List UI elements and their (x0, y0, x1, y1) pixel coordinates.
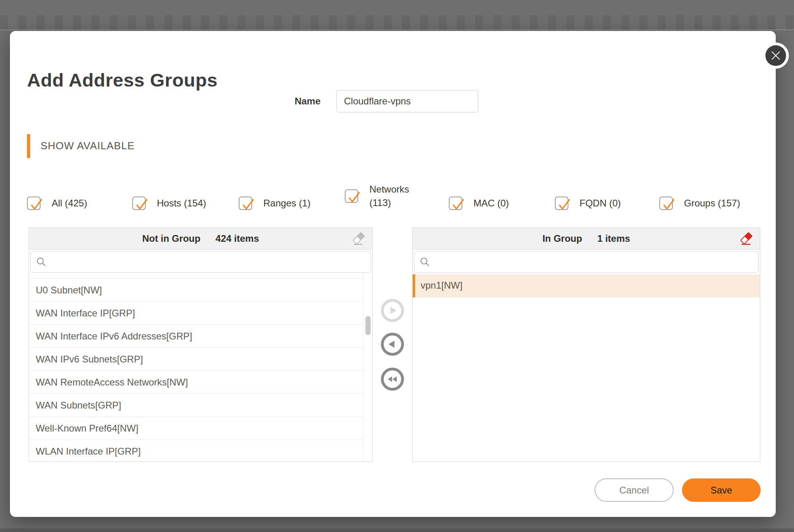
filter-mac[interactable]: MAC (0) (449, 197, 509, 210)
in-group-search[interactable] (414, 251, 759, 273)
filter-ranges[interactable]: Ranges (1) (239, 197, 311, 210)
list-item[interactable]: WLAN Interface IP[GRP] (29, 440, 363, 461)
checkbox-checked-icon[interactable] (345, 189, 358, 203)
checkbox-checked-icon[interactable] (27, 197, 41, 210)
search-input[interactable] (51, 252, 365, 272)
double-arrow-left-icon (386, 373, 399, 386)
search-input[interactable] (435, 252, 753, 272)
search-wrap (413, 250, 760, 274)
list-item[interactable]: WAN Subnets[GRP] (29, 394, 363, 417)
list-item-selected[interactable]: vpn1[NW] (413, 274, 760, 297)
partial-row-above (29, 274, 363, 279)
filter-label: All (425) (52, 197, 87, 210)
arrow-left-icon (386, 338, 399, 351)
not-in-group-search[interactable] (30, 251, 371, 273)
eraser-icon (739, 232, 753, 246)
add-address-groups-dialog: Add Address Groups Name SHOW AVAILABLE A… (10, 31, 776, 517)
filter-groups[interactable]: Groups (157) (659, 197, 740, 210)
not-in-group-list: U0 Subnet[NW] WAN Interface IP[GRP] WAN … (29, 274, 372, 461)
filter-label: MAC (0) (473, 197, 509, 210)
remove-from-group-button[interactable] (381, 333, 404, 356)
section-heading: SHOW AVAILABLE (41, 140, 135, 152)
close-button[interactable] (765, 45, 786, 66)
move-to-group-button[interactable] (381, 299, 404, 322)
list-item[interactable]: Well-Known Pref64[NW] (29, 417, 363, 440)
filter-label: FQDN (0) (580, 197, 621, 210)
backdrop-bottom-band (0, 528, 794, 532)
checkbox-checked-icon[interactable] (449, 197, 462, 210)
filter-networks[interactable]: Networks (113) (345, 183, 417, 210)
cancel-button[interactable]: Cancel (595, 478, 674, 502)
filter-all[interactable]: All (425) (27, 197, 87, 210)
search-icon (420, 257, 430, 267)
section-accent-bar (27, 134, 30, 158)
arrow-right-icon (386, 304, 399, 317)
dimmed-background-content (0, 15, 794, 30)
remove-all-from-group-button[interactable] (381, 368, 404, 391)
panel-title: Not in Group (142, 233, 201, 244)
clear-list-button[interactable] (738, 231, 753, 247)
in-group-panel: In Group 1 items (412, 227, 760, 462)
list-item[interactable]: WAN Interface IP[GRP] (29, 302, 363, 325)
cancel-button-label: Cancel (619, 485, 649, 496)
scrollbar-track[interactable] (363, 274, 372, 461)
panel-title: In Group (543, 233, 582, 244)
save-button-label: Save (711, 485, 732, 496)
checkbox-checked-icon[interactable] (132, 197, 146, 210)
not-in-group-header: Not in Group 424 items (29, 228, 372, 250)
close-icon (770, 50, 781, 61)
checkbox-checked-icon[interactable] (555, 197, 568, 210)
in-group-list: vpn1[NW] (413, 274, 760, 461)
checkbox-checked-icon[interactable] (659, 197, 673, 210)
name-field-label: Name (241, 90, 321, 112)
filter-label: Networks (113) (369, 183, 417, 210)
filter-label: Groups (157) (684, 197, 740, 210)
in-group-header: In Group 1 items (413, 228, 760, 250)
page-title: Add Address Groups (27, 69, 218, 91)
filter-hosts[interactable]: Hosts (154) (132, 197, 206, 210)
clear-list-button-disabled[interactable] (351, 231, 366, 247)
search-wrap (29, 250, 372, 274)
name-input[interactable] (336, 90, 478, 112)
search-icon (36, 257, 46, 267)
checkbox-checked-icon[interactable] (239, 197, 252, 210)
eraser-icon (351, 232, 365, 246)
list-item[interactable]: WAN RemoteAccess Networks[NW] (29, 371, 363, 394)
list-item[interactable]: U0 Subnet[NW] (29, 279, 363, 302)
list-item[interactable]: WAN IPv6 Subnets[GRP] (29, 348, 363, 371)
filter-label: Hosts (154) (157, 197, 206, 210)
panel-item-count: 424 items (216, 233, 259, 244)
filter-label: Ranges (1) (263, 197, 311, 210)
not-in-group-panel: Not in Group 424 items (29, 227, 373, 462)
filter-fqdn[interactable]: FQDN (0) (555, 197, 621, 210)
scrollbar-thumb[interactable] (365, 316, 371, 335)
panel-item-count: 1 items (597, 233, 630, 244)
save-button[interactable]: Save (682, 478, 761, 502)
list-item[interactable]: WAN Interface IPv6 Addresses[GRP] (29, 325, 363, 348)
